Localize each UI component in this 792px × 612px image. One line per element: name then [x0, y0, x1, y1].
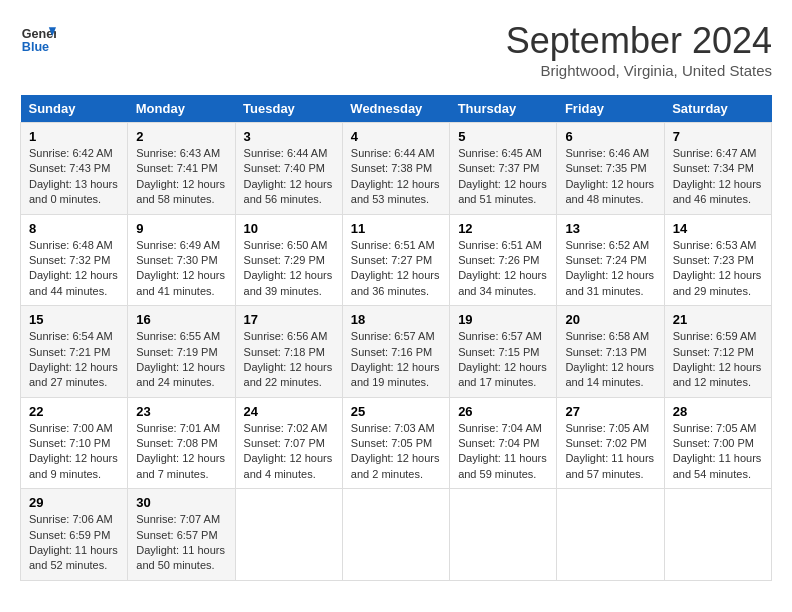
daylight-label: Daylight: 12 hours and 24 minutes. [136, 361, 225, 388]
day-number: 15 [29, 312, 119, 327]
day-number: 23 [136, 404, 226, 419]
calendar-cell: 2 Sunrise: 6:43 AM Sunset: 7:41 PM Dayli… [128, 123, 235, 215]
calendar-week-3: 15 Sunrise: 6:54 AM Sunset: 7:21 PM Dayl… [21, 306, 772, 398]
calendar-cell: 13 Sunrise: 6:52 AM Sunset: 7:24 PM Dayl… [557, 214, 664, 306]
weekday-header-wednesday: Wednesday [342, 95, 449, 123]
sunrise-label: Sunrise: 6:51 AM [458, 239, 542, 251]
sunrise-label: Sunrise: 6:51 AM [351, 239, 435, 251]
calendar-cell: 22 Sunrise: 7:00 AM Sunset: 7:10 PM Dayl… [21, 397, 128, 489]
sunset-label: Sunset: 7:04 PM [458, 437, 539, 449]
sunrise-label: Sunrise: 6:46 AM [565, 147, 649, 159]
daylight-label: Daylight: 12 hours and 44 minutes. [29, 269, 118, 296]
day-info: Sunrise: 6:44 AM Sunset: 7:40 PM Dayligh… [244, 146, 334, 208]
day-number: 28 [673, 404, 763, 419]
calendar-cell: 21 Sunrise: 6:59 AM Sunset: 7:12 PM Dayl… [664, 306, 771, 398]
sunset-label: Sunset: 7:38 PM [351, 162, 432, 174]
weekday-header-friday: Friday [557, 95, 664, 123]
calendar-week-4: 22 Sunrise: 7:00 AM Sunset: 7:10 PM Dayl… [21, 397, 772, 489]
daylight-label: Daylight: 12 hours and 12 minutes. [673, 361, 762, 388]
day-number: 4 [351, 129, 441, 144]
weekday-header-sunday: Sunday [21, 95, 128, 123]
day-info: Sunrise: 6:57 AM Sunset: 7:16 PM Dayligh… [351, 329, 441, 391]
daylight-label: Daylight: 12 hours and 41 minutes. [136, 269, 225, 296]
day-number: 6 [565, 129, 655, 144]
daylight-label: Daylight: 12 hours and 51 minutes. [458, 178, 547, 205]
calendar-cell: 17 Sunrise: 6:56 AM Sunset: 7:18 PM Dayl… [235, 306, 342, 398]
calendar-cell: 25 Sunrise: 7:03 AM Sunset: 7:05 PM Dayl… [342, 397, 449, 489]
day-number: 14 [673, 221, 763, 236]
day-number: 5 [458, 129, 548, 144]
calendar-cell: 24 Sunrise: 7:02 AM Sunset: 7:07 PM Dayl… [235, 397, 342, 489]
day-info: Sunrise: 6:57 AM Sunset: 7:15 PM Dayligh… [458, 329, 548, 391]
day-info: Sunrise: 7:07 AM Sunset: 6:57 PM Dayligh… [136, 512, 226, 574]
daylight-label: Daylight: 12 hours and 22 minutes. [244, 361, 333, 388]
sunset-label: Sunset: 7:41 PM [136, 162, 217, 174]
day-number: 22 [29, 404, 119, 419]
sunrise-label: Sunrise: 7:05 AM [673, 422, 757, 434]
calendar-cell: 28 Sunrise: 7:05 AM Sunset: 7:00 PM Dayl… [664, 397, 771, 489]
sunrise-label: Sunrise: 6:47 AM [673, 147, 757, 159]
day-number: 29 [29, 495, 119, 510]
day-number: 21 [673, 312, 763, 327]
sunset-label: Sunset: 7:34 PM [673, 162, 754, 174]
daylight-label: Daylight: 11 hours and 54 minutes. [673, 452, 762, 479]
sunset-label: Sunset: 7:05 PM [351, 437, 432, 449]
day-info: Sunrise: 6:49 AM Sunset: 7:30 PM Dayligh… [136, 238, 226, 300]
page-header: General Blue September 2024 Brightwood, … [20, 20, 772, 79]
day-number: 7 [673, 129, 763, 144]
day-info: Sunrise: 6:52 AM Sunset: 7:24 PM Dayligh… [565, 238, 655, 300]
calendar-cell: 8 Sunrise: 6:48 AM Sunset: 7:32 PM Dayli… [21, 214, 128, 306]
calendar-cell: 11 Sunrise: 6:51 AM Sunset: 7:27 PM Dayl… [342, 214, 449, 306]
sunrise-label: Sunrise: 7:03 AM [351, 422, 435, 434]
daylight-label: Daylight: 11 hours and 57 minutes. [565, 452, 654, 479]
sunrise-label: Sunrise: 7:05 AM [565, 422, 649, 434]
daylight-label: Daylight: 12 hours and 31 minutes. [565, 269, 654, 296]
sunset-label: Sunset: 7:30 PM [136, 254, 217, 266]
logo-icon: General Blue [20, 20, 56, 56]
sunrise-label: Sunrise: 7:01 AM [136, 422, 220, 434]
weekday-header-thursday: Thursday [450, 95, 557, 123]
calendar-cell: 27 Sunrise: 7:05 AM Sunset: 7:02 PM Dayl… [557, 397, 664, 489]
day-info: Sunrise: 7:05 AM Sunset: 7:00 PM Dayligh… [673, 421, 763, 483]
daylight-label: Daylight: 11 hours and 50 minutes. [136, 544, 225, 571]
weekday-header-tuesday: Tuesday [235, 95, 342, 123]
sunrise-label: Sunrise: 6:43 AM [136, 147, 220, 159]
day-info: Sunrise: 6:45 AM Sunset: 7:37 PM Dayligh… [458, 146, 548, 208]
day-number: 18 [351, 312, 441, 327]
sunset-label: Sunset: 7:37 PM [458, 162, 539, 174]
day-info: Sunrise: 6:43 AM Sunset: 7:41 PM Dayligh… [136, 146, 226, 208]
day-info: Sunrise: 7:02 AM Sunset: 7:07 PM Dayligh… [244, 421, 334, 483]
calendar-cell: 30 Sunrise: 7:07 AM Sunset: 6:57 PM Dayl… [128, 489, 235, 581]
sunset-label: Sunset: 7:29 PM [244, 254, 325, 266]
sunrise-label: Sunrise: 7:06 AM [29, 513, 113, 525]
calendar-cell: 1 Sunrise: 6:42 AM Sunset: 7:43 PM Dayli… [21, 123, 128, 215]
day-number: 16 [136, 312, 226, 327]
day-info: Sunrise: 6:44 AM Sunset: 7:38 PM Dayligh… [351, 146, 441, 208]
weekday-header-row: SundayMondayTuesdayWednesdayThursdayFrid… [21, 95, 772, 123]
sunrise-label: Sunrise: 6:44 AM [244, 147, 328, 159]
calendar-cell [557, 489, 664, 581]
day-number: 1 [29, 129, 119, 144]
day-info: Sunrise: 6:58 AM Sunset: 7:13 PM Dayligh… [565, 329, 655, 391]
calendar-cell: 19 Sunrise: 6:57 AM Sunset: 7:15 PM Dayl… [450, 306, 557, 398]
calendar-week-5: 29 Sunrise: 7:06 AM Sunset: 6:59 PM Dayl… [21, 489, 772, 581]
day-number: 3 [244, 129, 334, 144]
day-number: 11 [351, 221, 441, 236]
sunrise-label: Sunrise: 6:57 AM [458, 330, 542, 342]
calendar-cell [342, 489, 449, 581]
title-block: September 2024 Brightwood, Virginia, Uni… [506, 20, 772, 79]
day-info: Sunrise: 6:55 AM Sunset: 7:19 PM Dayligh… [136, 329, 226, 391]
daylight-label: Daylight: 11 hours and 52 minutes. [29, 544, 118, 571]
day-number: 27 [565, 404, 655, 419]
day-info: Sunrise: 7:03 AM Sunset: 7:05 PM Dayligh… [351, 421, 441, 483]
calendar-cell: 16 Sunrise: 6:55 AM Sunset: 7:19 PM Dayl… [128, 306, 235, 398]
day-number: 12 [458, 221, 548, 236]
daylight-label: Daylight: 12 hours and 9 minutes. [29, 452, 118, 479]
daylight-label: Daylight: 12 hours and 27 minutes. [29, 361, 118, 388]
day-number: 30 [136, 495, 226, 510]
daylight-label: Daylight: 12 hours and 34 minutes. [458, 269, 547, 296]
sunset-label: Sunset: 7:21 PM [29, 346, 110, 358]
calendar-cell: 26 Sunrise: 7:04 AM Sunset: 7:04 PM Dayl… [450, 397, 557, 489]
calendar-cell: 4 Sunrise: 6:44 AM Sunset: 7:38 PM Dayli… [342, 123, 449, 215]
day-info: Sunrise: 7:06 AM Sunset: 6:59 PM Dayligh… [29, 512, 119, 574]
